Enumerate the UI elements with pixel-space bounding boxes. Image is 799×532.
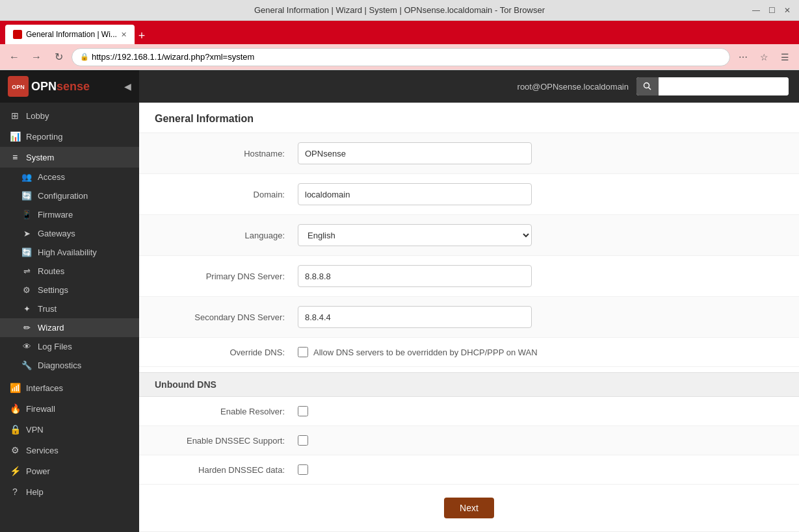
sidebar-item-label: Interfaces <box>26 383 130 393</box>
domain-input[interactable] <box>298 183 532 205</box>
primary-dns-input[interactable] <box>298 265 532 287</box>
domain-row: Domain: <box>139 174 799 215</box>
help-icon: ? <box>9 487 21 497</box>
sidebar-item-label: Firewall <box>26 404 130 414</box>
sidebar-item-label: System <box>26 153 130 162</box>
tab-close-button[interactable]: ✕ <box>121 31 127 39</box>
maximize-button[interactable]: ☐ <box>766 5 777 16</box>
opnsense-logo: OPN OPNsense <box>8 76 90 97</box>
access-icon: 👥 <box>21 172 33 182</box>
sidebar-item-label: Lobby <box>26 111 130 121</box>
sidebar-item-routes[interactable]: ⇌ Routes <box>0 262 139 281</box>
sidebar-item-label: Configuration <box>38 191 88 201</box>
system-icon: ≡ <box>9 152 21 162</box>
sidebar-item-label: Diagnostics <box>38 361 81 370</box>
sidebar-item-label: Help <box>26 487 130 497</box>
minimize-button[interactable]: — <box>751 5 761 16</box>
sidebar-item-label: Routes <box>38 266 64 276</box>
lock-icon: 🔒 <box>80 53 89 61</box>
override-dns-checkbox[interactable] <box>298 347 308 357</box>
browser-addressbar: ← → ↻ 🔒 https://192.168.1.1/wizard.php?x… <box>0 44 799 70</box>
sidebar-toggle-button[interactable]: ◀ <box>124 81 131 92</box>
sidebar-item-high-availability[interactable]: 🔄 High Availability <box>0 243 139 262</box>
override-dns-checkbox-wrapper: Allow DNS servers to be overridden by DH… <box>298 347 538 357</box>
sidebar-item-help[interactable]: ? Help <box>0 481 139 502</box>
domain-label: Domain: <box>155 190 298 199</box>
sidebar-item-wizard[interactable]: ✏ Wizard <box>0 318 139 337</box>
sidebar-header: OPN OPNsense ◀ <box>0 70 139 103</box>
services-icon: ⚙ <box>9 445 21 455</box>
browser-tab-active[interactable]: General Information | Wi... ✕ <box>5 25 135 44</box>
sidebar-item-label: Firmware <box>38 210 73 220</box>
new-tab-button[interactable]: + <box>138 30 146 44</box>
forward-button[interactable]: → <box>27 48 46 66</box>
extension-menu-button[interactable]: ☰ <box>776 48 794 66</box>
settings-icon: ⚙ <box>21 285 33 295</box>
sidebar-item-interfaces[interactable]: 📶 Interfaces <box>0 377 139 398</box>
sidebar-item-trust[interactable]: ✦ Trust <box>0 299 139 318</box>
hostname-input[interactable] <box>298 142 532 164</box>
override-dns-text: Allow DNS servers to be overridden by DH… <box>313 348 538 357</box>
primary-dns-row: Primary DNS Server: <box>139 256 799 297</box>
search-wrapper <box>636 77 789 95</box>
close-button[interactable]: ✕ <box>782 5 792 16</box>
reporting-icon: 📊 <box>9 131 21 142</box>
language-select[interactable]: English German French Spanish Dutch Port… <box>298 224 532 246</box>
sidebar-item-access[interactable]: 👥 Access <box>0 168 139 186</box>
sidebar-item-lobby[interactable]: ⊞ Lobby <box>0 105 139 126</box>
enable-dnssec-checkbox[interactable] <box>298 435 308 446</box>
high-availability-icon: 🔄 <box>21 247 33 257</box>
enable-dnssec-label: Enable DNSSEC Support: <box>155 436 298 446</box>
logo-text: OPNsense <box>31 80 90 94</box>
sidebar-item-label: Access <box>38 172 65 182</box>
sidebar-nav: ⊞ Lobby 📊 Reporting ≡ System 👥 Access 🔄 … <box>0 103 139 532</box>
sidebar: OPN OPNsense ◀ ⊞ Lobby 📊 Reporting ≡ Sys… <box>0 70 139 532</box>
firewall-icon: 🔥 <box>9 403 21 414</box>
sidebar-item-diagnostics[interactable]: 🔧 Diagnostics <box>0 356 139 375</box>
language-row: Language: English German French Spanish … <box>139 215 799 256</box>
sidebar-item-firmware[interactable]: 📱 Firmware <box>0 205 139 224</box>
secondary-dns-label: Secondary DNS Server: <box>155 312 298 322</box>
content-topbar: root@OPNsense.localdomain <box>139 70 799 103</box>
power-icon: ⚡ <box>9 466 21 476</box>
sidebar-item-settings[interactable]: ⚙ Settings <box>0 281 139 299</box>
firmware-icon: 📱 <box>21 210 33 220</box>
override-dns-label: Override DNS: <box>155 348 298 357</box>
back-button[interactable]: ← <box>5 48 23 66</box>
sidebar-item-firewall[interactable]: 🔥 Firewall <box>0 398 139 419</box>
sidebar-item-vpn[interactable]: 🔒 VPN <box>0 419 139 440</box>
sidebar-item-services[interactable]: ⚙ Services <box>0 440 139 461</box>
sidebar-item-configuration[interactable]: 🔄 Configuration <box>0 186 139 205</box>
content-body: General Information Hostname: Domain: La… <box>139 103 799 532</box>
username-display: root@OPNsense.localdomain <box>517 82 629 92</box>
sidebar-item-system[interactable]: ≡ System <box>0 147 139 168</box>
diagnostics-icon: 🔧 <box>21 361 33 370</box>
url-bar[interactable]: 🔒 https://192.168.1.1/wizard.php?xml=sys… <box>72 48 730 66</box>
secondary-dns-row: Secondary DNS Server: <box>139 297 799 338</box>
sidebar-item-log-files[interactable]: 👁 Log Files <box>0 337 139 356</box>
sidebar-item-reporting[interactable]: 📊 Reporting <box>0 126 139 147</box>
sidebar-item-label: Power <box>26 466 130 476</box>
search-input[interactable] <box>659 77 789 95</box>
tab-favicon <box>13 30 22 39</box>
sidebar-item-label: Settings <box>38 285 68 295</box>
svg-text:OPN: OPN <box>12 84 25 90</box>
next-button[interactable]: Next <box>444 498 494 518</box>
form-container: General Information Hostname: Domain: La… <box>139 103 799 532</box>
sidebar-item-power[interactable]: ⚡ Power <box>0 461 139 481</box>
override-dns-row: Override DNS: Allow DNS servers to be ov… <box>139 338 799 367</box>
sidebar-item-label: Trust <box>38 304 57 314</box>
enable-resolver-checkbox[interactable] <box>298 406 308 416</box>
harden-dnssec-checkbox[interactable] <box>298 464 308 475</box>
refresh-button[interactable]: ↻ <box>49 48 68 66</box>
sidebar-item-label: Log Files <box>38 342 72 351</box>
bookmark-button[interactable]: ☆ <box>755 48 773 66</box>
tab-label: General Information | Wi... <box>26 30 117 39</box>
vpn-icon: 🔒 <box>9 424 21 435</box>
unbound-dns-subtitle: Unbound DNS <box>139 372 799 397</box>
sidebar-item-gateways[interactable]: ➤ Gateways <box>0 224 139 243</box>
log-files-icon: 👁 <box>21 342 33 351</box>
menu-button[interactable]: ⋯ <box>734 48 752 66</box>
search-button[interactable] <box>636 77 659 95</box>
secondary-dns-input[interactable] <box>298 306 532 328</box>
